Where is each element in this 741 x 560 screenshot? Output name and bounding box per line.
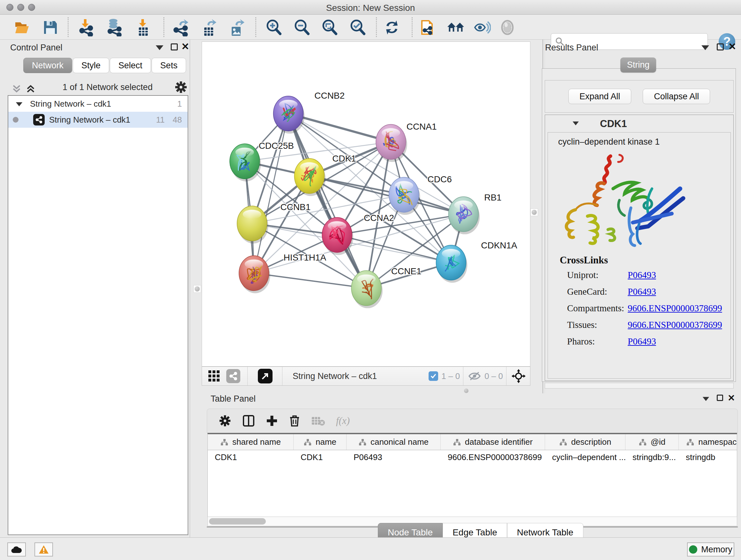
crosslink-link[interactable]: P06493: [628, 336, 656, 347]
delete-column-icon[interactable]: [289, 415, 300, 427]
node-RB1[interactable]: [448, 197, 480, 234]
delete-table-icon[interactable]: [311, 415, 325, 427]
left-splitter-handle[interactable]: [193, 285, 201, 293]
results-panel-menu-icon[interactable]: [701, 45, 709, 51]
crosslink-row: Compartments:9606.ENSP00000378699: [567, 303, 727, 320]
string-protein-query-icon[interactable]: [420, 18, 437, 37]
title-bar: Session: New Session: [0, 0, 741, 15]
expand-all-button[interactable]: Expand All: [568, 89, 631, 104]
select-columns-icon[interactable]: [242, 415, 255, 427]
node-table[interactable]: shared namenamecanonical namedatabase id…: [207, 433, 737, 516]
crosslink-link[interactable]: P06493: [628, 270, 656, 280]
gene-section-header[interactable]: CDK1: [545, 117, 733, 131]
node-CCNB2[interactable]: [273, 96, 305, 134]
crosslink-link[interactable]: P06493: [628, 287, 656, 297]
right-splitter-handle[interactable]: [530, 208, 538, 216]
cell-name[interactable]: CDK1: [293, 450, 347, 464]
tab-network[interactable]: Network: [23, 58, 72, 73]
network-options-gear-icon[interactable]: [174, 80, 188, 94]
function-builder-icon[interactable]: f(x): [336, 415, 350, 427]
apply-layout-icon[interactable]: [383, 18, 401, 37]
share-network-icon[interactable]: [226, 369, 240, 383]
collapse-all-button[interactable]: Collapse All: [643, 89, 710, 104]
network-row[interactable]: String Network – cdk1 11 48: [8, 112, 188, 128]
node-HIST1H1A[interactable]: [239, 256, 270, 294]
string-home-icon[interactable]: [447, 18, 465, 37]
hidden-eye-icon[interactable]: [468, 370, 481, 382]
cell-canonical-name[interactable]: P06493: [347, 450, 441, 464]
table-panel-float-icon[interactable]: [717, 395, 723, 402]
glass-ball-style-icon[interactable]: [498, 18, 516, 37]
import-table-icon[interactable]: [134, 18, 152, 37]
table-panel-menu-icon[interactable]: [702, 396, 710, 402]
export-table-icon[interactable]: [200, 18, 218, 37]
zoom-fit-icon[interactable]: [321, 18, 339, 37]
toolbar-separator: [163, 17, 164, 37]
warning-button[interactable]: [35, 543, 53, 557]
cell-database-identifier[interactable]: 9606.ENSP00000378699: [441, 450, 545, 464]
crosslink-link[interactable]: 9606.ENSP00000378699: [628, 320, 722, 330]
zoom-out-icon[interactable]: [293, 18, 311, 37]
import-network-database-icon[interactable]: [105, 18, 123, 37]
control-panel-float-icon[interactable]: [171, 44, 178, 52]
open-session-icon[interactable]: [13, 18, 31, 37]
toolbar-separator: [376, 17, 377, 37]
export-image-icon[interactable]: [228, 18, 246, 37]
collection-expand-icon[interactable]: [15, 99, 23, 109]
column-header-canonical-name[interactable]: canonical name: [347, 434, 441, 450]
cell-shared-name[interactable]: CDK1: [208, 450, 293, 464]
save-session-icon[interactable]: [42, 18, 59, 37]
control-panel-menu-icon[interactable]: [156, 45, 163, 51]
memory-button[interactable]: Memory: [687, 543, 734, 557]
cell-description[interactable]: cyclin–dependent ...: [545, 450, 625, 464]
cell-namespace[interactable]: stringdb: [679, 450, 737, 464]
add-column-icon[interactable]: [266, 415, 278, 427]
import-network-file-icon[interactable]: [77, 18, 95, 37]
string-style-icon[interactable]: [473, 18, 491, 37]
table-row[interactable]: CDK1CDK1P064939606.ENSP00000378699cyclin…: [208, 450, 737, 464]
column-header-description[interactable]: description: [545, 434, 625, 450]
selected-checkbox-icon[interactable]: [428, 371, 438, 381]
gene-collapse-icon[interactable]: [572, 121, 580, 127]
tab-string[interactable]: String: [620, 57, 656, 72]
table-header-row: shared namenamecanonical namedatabase id…: [208, 434, 737, 450]
network-collection-row[interactable]: String Network – cdk1 1: [8, 96, 188, 112]
open-in-new-window-icon[interactable]: [258, 369, 273, 383]
zoom-selected-icon[interactable]: [349, 18, 367, 37]
results-panel-float-icon[interactable]: [717, 44, 724, 52]
control-panel-close-icon[interactable]: ✕: [181, 41, 189, 52]
results-panel-close-icon[interactable]: ✕: [728, 41, 736, 52]
left-splitter[interactable]: [190, 40, 190, 537]
node-CDKN1A[interactable]: [436, 245, 468, 283]
node-CCNA2[interactable]: [322, 217, 353, 255]
node-CDC6[interactable]: [389, 177, 420, 215]
horizontal-splitter-handle[interactable]: [463, 388, 469, 394]
network-canvas[interactable]: CCNB2CCNA1CDC25BCDK1CDC6RB1CCNB1CCNA2CDK…: [202, 42, 530, 367]
expand-all-networks-icon[interactable]: [25, 84, 36, 94]
column-header-namespace[interactable]: namespace: [679, 434, 737, 450]
export-network-icon[interactable]: [172, 18, 190, 37]
collapse-all-networks-icon[interactable]: [11, 84, 22, 94]
tab-select[interactable]: Select: [110, 58, 151, 73]
cell--id[interactable]: stringdb:9...: [625, 450, 679, 464]
tab-sets[interactable]: Sets: [151, 58, 186, 73]
node-CDK1[interactable]: [294, 159, 326, 196]
column-header-name[interactable]: name: [293, 434, 347, 450]
table-hscrollbar-thumb[interactable]: [209, 518, 266, 524]
zoom-in-icon[interactable]: [265, 18, 283, 37]
node-CCNA1[interactable]: [376, 124, 407, 162]
tab-style[interactable]: Style: [73, 58, 109, 73]
birds-eye-toggle-icon[interactable]: [207, 369, 221, 383]
table-settings-gear-icon[interactable]: [219, 415, 231, 427]
table-panel-close-icon[interactable]: ✕: [728, 393, 735, 403]
column-header--id[interactable]: @id: [625, 434, 679, 450]
crosslink-link[interactable]: 9606.ENSP00000378699: [628, 303, 722, 314]
cloud-status-button[interactable]: [7, 543, 26, 557]
node-CCNE1[interactable]: [351, 271, 383, 308]
column-header-database-identifier[interactable]: database identifier: [441, 434, 545, 450]
node-CCNB1[interactable]: [237, 206, 268, 244]
fit-content-crosshair-icon[interactable]: [512, 369, 526, 383]
node-label-HIST1H1A: HIST1H1A: [284, 253, 327, 262]
column-header-shared-name[interactable]: shared name: [208, 434, 293, 450]
results-panel-scrollbar[interactable]: [545, 383, 734, 388]
